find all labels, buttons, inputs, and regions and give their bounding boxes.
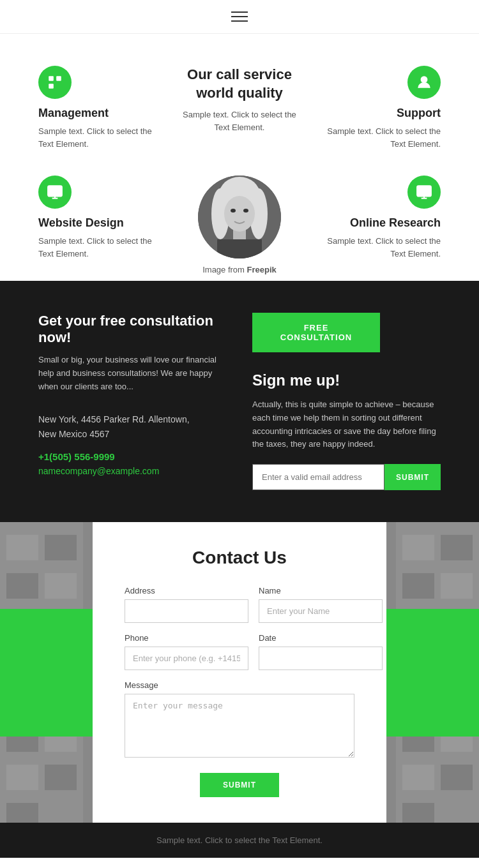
svg-rect-37 <box>402 573 434 599</box>
message-group: Message <box>125 680 354 760</box>
navbar <box>0 0 479 34</box>
online-research-title: Online Research <box>315 216 441 230</box>
management-title: Management <box>38 107 164 120</box>
support-text: Sample text. Click to select the Text El… <box>315 125 441 150</box>
main-heading: Our call service world quality <box>177 66 303 102</box>
svg-rect-20 <box>6 535 38 560</box>
name-group: Name <box>259 586 383 623</box>
phone: +1(505) 556-9999 <box>38 451 227 462</box>
svg-rect-2 <box>49 84 54 89</box>
svg-point-11 <box>231 209 236 213</box>
message-input[interactable] <box>125 694 354 758</box>
svg-rect-47 <box>402 765 434 790</box>
address-group: Address <box>125 586 248 623</box>
svg-point-10 <box>224 196 255 232</box>
svg-rect-34 <box>6 803 38 823</box>
svg-rect-1 <box>56 76 61 81</box>
phone-group: Phone <box>125 633 248 670</box>
management-icon <box>38 66 72 99</box>
svg-rect-33 <box>45 765 77 790</box>
email-input[interactable] <box>252 464 384 490</box>
date-group: Date <box>259 633 383 670</box>
submit-button[interactable]: SUBMIT <box>384 464 441 490</box>
footer: Sample text. Click to select the Text El… <box>0 823 479 858</box>
footer-text: Sample text. Click to select the Text El… <box>38 835 441 845</box>
consultation-title: Get your free consultation now! <box>38 313 227 346</box>
profile-image-center: Image from Freepik <box>177 176 303 274</box>
phone-date-row: Phone Date <box>125 633 354 670</box>
image-caption: Image from Freepik <box>177 265 303 274</box>
main-heading-text: Sample text. Click to select the Text El… <box>177 108 303 133</box>
svg-rect-13 <box>217 239 262 258</box>
website-design-text: Sample text. Click to select the Text El… <box>38 235 164 260</box>
date-input[interactable] <box>259 647 383 670</box>
image-source: Freepik <box>247 265 277 274</box>
svg-rect-23 <box>45 573 77 599</box>
email-form: SUBMIT <box>252 464 441 490</box>
svg-rect-48 <box>441 765 473 790</box>
center-heading: Our call service world quality Sample te… <box>177 66 303 133</box>
svg-point-3 <box>422 77 427 82</box>
support-title: Support <box>315 107 441 120</box>
svg-rect-38 <box>441 573 473 599</box>
services-top-section: Management Sample text. Click to select … <box>0 34 479 169</box>
phone-label: Phone <box>125 633 248 643</box>
green-bar-right <box>386 609 479 737</box>
phone-input[interactable] <box>125 647 248 670</box>
message-label: Message <box>125 680 354 690</box>
contact-info: New York, 4456 Parker Rd. Allentown,New … <box>38 412 227 476</box>
online-research-service: Online Research Sample text. Click to se… <box>315 176 441 260</box>
management-service: Management Sample text. Click to select … <box>38 66 164 150</box>
svg-rect-21 <box>45 535 77 560</box>
website-design-icon <box>38 176 72 209</box>
name-label: Name <box>259 586 383 595</box>
contact-section-wrapper: Contact Us Address Name Phone Date Messa… <box>0 522 479 823</box>
address-name-row: Address Name <box>125 586 354 623</box>
svg-rect-22 <box>6 573 38 599</box>
svg-rect-32 <box>6 765 38 790</box>
signup-text: Actually, this is quite simple to achiev… <box>252 398 441 451</box>
date-label: Date <box>259 633 383 643</box>
dark-section-inner: Get your free consultation now! Small or… <box>38 313 441 490</box>
green-bar-left <box>0 609 93 737</box>
dark-section: Get your free consultation now! Small or… <box>0 281 479 522</box>
address-input[interactable] <box>125 599 248 623</box>
svg-rect-4 <box>48 186 62 196</box>
consultation-text: Small or big, your business will love ou… <box>38 354 227 393</box>
svg-rect-36 <box>441 535 473 560</box>
support-icon <box>407 66 441 99</box>
profile-image <box>198 176 281 258</box>
signup-right: FREE CONSULTATION Sign me up! Actually, … <box>252 313 441 490</box>
management-text: Sample text. Click to select the Text El… <box>38 125 164 150</box>
signup-title: Sign me up! <box>252 371 441 389</box>
website-design-service: Website Design Sample text. Click to sel… <box>38 176 164 260</box>
svg-rect-0 <box>49 76 54 81</box>
email: namecompany@example.com <box>38 466 227 476</box>
online-research-icon <box>407 176 441 209</box>
services-bottom-section: Website Design Sample text. Click to sel… <box>0 169 479 281</box>
svg-rect-35 <box>402 535 434 560</box>
consultation-left: Get your free consultation now! Small or… <box>38 313 227 490</box>
hamburger-menu[interactable] <box>231 11 248 22</box>
free-consultation-button[interactable]: FREE CONSULTATION <box>252 313 380 352</box>
website-design-title: Website Design <box>38 216 164 230</box>
address-label: Address <box>125 586 248 595</box>
svg-point-12 <box>243 209 248 213</box>
support-service: Support Sample text. Click to select the… <box>315 66 441 150</box>
contact-title: Contact Us <box>125 548 354 568</box>
name-input[interactable] <box>259 599 383 623</box>
svg-rect-49 <box>402 803 434 823</box>
online-research-text: Sample text. Click to select the Text El… <box>315 235 441 260</box>
address: New York, 4456 Parker Rd. Allentown,New … <box>38 412 227 441</box>
contact-form-overlay: Contact Us Address Name Phone Date Messa… <box>93 522 386 823</box>
svg-rect-14 <box>417 186 431 196</box>
contact-submit-button[interactable]: SUBMIT <box>200 773 279 797</box>
